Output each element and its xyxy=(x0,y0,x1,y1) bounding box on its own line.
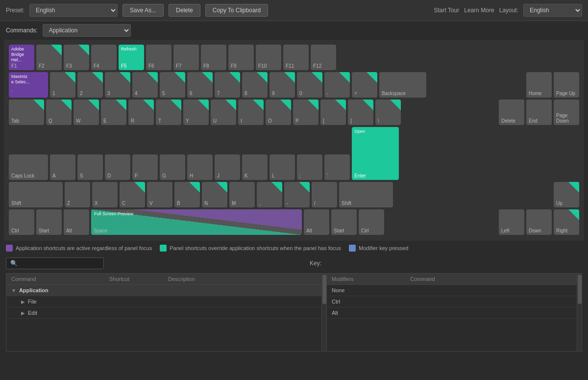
delete-button[interactable]: Delete xyxy=(169,4,200,17)
key-w[interactable]: W xyxy=(74,100,99,125)
key-backspace[interactable]: Backspace xyxy=(379,72,426,98)
key-5[interactable]: 5 xyxy=(160,72,185,98)
key-quote[interactable]: ' xyxy=(324,154,350,180)
key-m[interactable]: M xyxy=(229,182,255,207)
key-a[interactable]: A xyxy=(50,154,75,180)
key-e[interactable]: E xyxy=(101,100,126,125)
key-slash[interactable]: / xyxy=(312,182,337,207)
key-g[interactable]: G xyxy=(160,154,185,180)
key-u[interactable]: U xyxy=(211,100,236,125)
key-up[interactable]: Up xyxy=(554,182,579,207)
key-h[interactable]: H xyxy=(187,154,213,180)
key-9[interactable]: 9 xyxy=(270,72,295,98)
key-t[interactable]: T xyxy=(156,100,181,125)
key-end[interactable]: End xyxy=(526,100,552,125)
key-shift-right[interactable]: Shift xyxy=(339,182,393,207)
key-f4[interactable]: F4 xyxy=(91,45,117,70)
key-enter[interactable]: Open Enter xyxy=(352,127,399,180)
key-alt-left[interactable]: Alt xyxy=(64,209,89,235)
key-left[interactable]: Left xyxy=(499,209,524,235)
subgroup-edit[interactable]: ▶ Edit xyxy=(6,307,321,319)
key-f5[interactable]: Refresh F5 xyxy=(119,45,144,70)
key-3[interactable]: 3 xyxy=(105,72,130,98)
key-y[interactable]: Y xyxy=(183,100,209,125)
copy-to-clipboard-button[interactable]: Copy To Clipboard xyxy=(205,4,269,17)
key-f3[interactable]: F3 xyxy=(64,45,89,70)
key-capslock[interactable]: Caps Lock xyxy=(9,154,48,180)
key-right[interactable]: Right xyxy=(554,209,579,235)
key-f9[interactable]: F9 xyxy=(228,45,254,70)
key-2[interactable]: 2 xyxy=(77,72,103,98)
key-r[interactable]: R xyxy=(128,100,154,125)
commands-select[interactable]: Application xyxy=(43,24,131,37)
key-f6[interactable]: F6 xyxy=(146,45,172,70)
key-rbracket[interactable]: ] xyxy=(348,100,373,125)
layout-select[interactable]: English xyxy=(523,4,582,17)
key-delete[interactable]: Delete xyxy=(499,100,524,125)
key-ctrl-left[interactable]: Ctrl xyxy=(9,209,34,235)
key-alt-right[interactable]: Alt xyxy=(304,209,329,235)
key-q[interactable]: Q xyxy=(46,100,72,125)
key-x[interactable]: X xyxy=(92,182,118,207)
key-f1[interactable]: AdobeBridge Hel... F1 xyxy=(9,45,34,70)
key-1[interactable]: 1 xyxy=(50,72,75,98)
subgroup-file[interactable]: ▶ File xyxy=(6,296,321,307)
key-d[interactable]: D xyxy=(105,154,130,180)
start-tour-button[interactable]: Start Tour xyxy=(434,7,459,14)
key-f12[interactable]: F12 xyxy=(311,45,336,70)
key-l[interactable]: L xyxy=(270,154,295,180)
key-comma[interactable]: , xyxy=(257,182,282,207)
key-c[interactable]: C xyxy=(120,182,145,207)
key-down[interactable]: Down xyxy=(526,209,552,235)
key-pageup[interactable]: Page Up xyxy=(554,72,579,98)
right-scrollbar-thumb[interactable] xyxy=(578,275,582,304)
key-i[interactable]: I xyxy=(238,100,264,125)
key-equal[interactable]: = xyxy=(352,72,377,98)
key-o[interactable]: O xyxy=(266,100,291,125)
key-shift-left[interactable]: Shift xyxy=(9,182,63,207)
key-tab[interactable]: Tab xyxy=(9,100,44,125)
preset-select[interactable]: English xyxy=(29,4,118,17)
key-lbracket[interactable]: [ xyxy=(320,100,346,125)
key-pagedown[interactable]: Page Down xyxy=(554,100,579,125)
key-z[interactable]: Z xyxy=(65,182,90,207)
key-f[interactable]: F xyxy=(132,154,158,180)
key-start-right[interactable]: Start xyxy=(331,209,357,235)
right-row-ctrl[interactable]: Ctrl xyxy=(327,296,577,307)
key-b[interactable]: B xyxy=(174,182,200,207)
group-application[interactable]: ▼ Application xyxy=(6,285,321,296)
key-semicolon[interactable]: ; xyxy=(297,154,322,180)
key-start-left[interactable]: Start xyxy=(36,209,62,235)
search-input[interactable] xyxy=(20,260,98,267)
learn-more-button[interactable]: Learn More xyxy=(464,7,494,14)
key-f10[interactable]: F10 xyxy=(256,45,281,70)
key-v[interactable]: V xyxy=(147,182,172,207)
key-backslash[interactable]: \ xyxy=(375,100,401,125)
key-n[interactable]: N xyxy=(202,182,227,207)
key-p[interactable]: P xyxy=(293,100,318,125)
right-row-alt[interactable]: Alt xyxy=(327,307,577,319)
key-0[interactable]: 0 xyxy=(297,72,322,98)
right-row-none[interactable]: None xyxy=(327,285,577,296)
left-scrollbar[interactable] xyxy=(322,273,327,352)
key-4[interactable]: 4 xyxy=(132,72,158,98)
key-7[interactable]: 7 xyxy=(215,72,240,98)
save-as-button[interactable]: Save As... xyxy=(122,4,164,17)
right-scrollbar[interactable] xyxy=(577,273,582,352)
key-f2[interactable]: F2 xyxy=(36,45,62,70)
key-j[interactable]: J xyxy=(215,154,240,180)
key-ctrl-right[interactable]: Ctrl xyxy=(359,209,384,235)
key-s[interactable]: S xyxy=(77,154,103,180)
key-space[interactable]: Full Screen Preview Space xyxy=(91,209,302,235)
key-f11[interactable]: F11 xyxy=(283,45,309,70)
key-6[interactable]: 6 xyxy=(187,72,213,98)
key-f7[interactable]: F7 xyxy=(173,45,199,70)
key-period[interactable]: - xyxy=(284,182,310,207)
key-minus[interactable]: - xyxy=(324,72,350,98)
key-f8[interactable]: F8 xyxy=(201,45,226,70)
key-backtick[interactable]: Maximize Selec... ` xyxy=(9,72,48,98)
key-8[interactable]: 8 xyxy=(242,72,268,98)
key-k[interactable]: K xyxy=(242,154,268,180)
left-scrollbar-thumb[interactable] xyxy=(322,275,326,304)
key-home[interactable]: Home xyxy=(526,72,552,98)
